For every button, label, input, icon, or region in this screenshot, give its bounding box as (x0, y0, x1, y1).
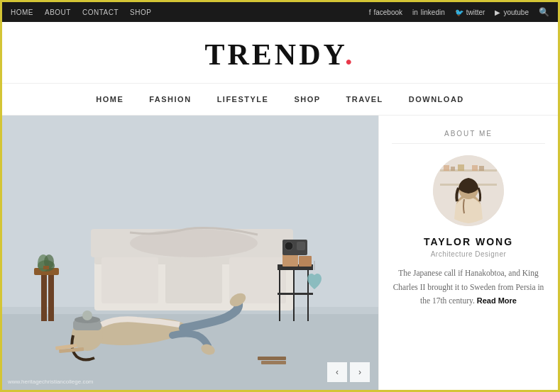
logo-area: TRENDY. (2, 22, 558, 84)
svg-point-33 (82, 310, 92, 320)
youtube-icon: ▶ (495, 9, 500, 16)
linkedin-icon: in (412, 9, 418, 16)
top-bar-left-nav: HOME ABOUT CONTACT SHOP (11, 9, 151, 16)
about-me-section-title: ABOUT ME (392, 130, 545, 144)
carousel-prev-button[interactable]: ‹ (327, 362, 347, 382)
about-name: TAYLOR WONG (392, 236, 545, 247)
svg-rect-26 (297, 242, 305, 250)
top-bar-social: f facebook in linkedin 🐦 twitter ▶ youtu… (369, 7, 549, 18)
nav-lifestyle[interactable]: LIFESTYLE (217, 95, 269, 103)
svg-rect-22 (282, 254, 298, 267)
svg-rect-45 (458, 164, 464, 171)
nav-travel[interactable]: TRAVEL (346, 95, 383, 103)
facebook-label: facebook (373, 9, 402, 16)
watermark: www.heritagechristiancollege.com (8, 379, 94, 385)
nav-shop[interactable]: SHOP (294, 95, 320, 103)
twitter-icon: 🐦 (455, 9, 463, 16)
nav-fashion[interactable]: FASHION (149, 95, 191, 103)
svg-rect-5 (101, 257, 158, 303)
nav-contact-top[interactable]: CONTACT (82, 9, 119, 16)
about-avatar (433, 155, 504, 226)
twitter-label: twitter (466, 9, 485, 16)
site-logo[interactable]: TRENDY. (2, 38, 558, 72)
social-linkedin[interactable]: in linkedin (412, 9, 445, 16)
top-bar: HOME ABOUT CONTACT SHOP f facebook in li… (2, 2, 558, 22)
facebook-icon: f (369, 9, 371, 16)
social-facebook[interactable]: f facebook (369, 9, 402, 16)
svg-rect-25 (285, 242, 293, 250)
read-more-link[interactable]: Read More (477, 296, 517, 305)
svg-rect-6 (165, 257, 222, 303)
search-icon[interactable]: 🔍 (539, 7, 549, 18)
social-youtube[interactable]: ▶ youtube (495, 9, 529, 16)
about-job-title: Architecture Designer (392, 250, 545, 258)
hero-image (2, 116, 378, 391)
about-me-widget: ABOUT ME (392, 130, 545, 308)
linkedin-label: linkedin (421, 9, 445, 16)
content-area: www.heritagechristiancollege.com ‹ › ABO… (2, 116, 558, 391)
main-image-section: www.heritagechristiancollege.com ‹ › (2, 116, 378, 391)
nav-home[interactable]: HOME (96, 95, 123, 103)
logo-text: TRENDY (205, 38, 346, 71)
svg-rect-44 (451, 167, 455, 171)
svg-rect-16 (43, 266, 49, 269)
avatar-illustration (433, 155, 504, 226)
svg-rect-47 (479, 166, 484, 171)
nav-about-top[interactable]: ABOUT (45, 9, 71, 16)
svg-rect-38 (258, 357, 286, 360)
nav-download[interactable]: DOWNLOAD (409, 95, 464, 103)
svg-rect-11 (48, 271, 54, 321)
svg-rect-39 (261, 361, 286, 364)
social-twitter[interactable]: 🐦 twitter (455, 9, 485, 16)
svg-rect-23 (299, 256, 312, 267)
logo-dot: . (345, 38, 356, 71)
youtube-label: youtube (503, 9, 529, 16)
svg-rect-46 (472, 165, 478, 171)
svg-rect-21 (278, 293, 313, 295)
nav-shop-top[interactable]: SHOP (130, 9, 151, 16)
svg-rect-43 (444, 165, 449, 171)
main-nav: HOME FASHION LIFESTYLE SHOP TRAVEL DOWNL… (2, 84, 558, 116)
carousel-next-button[interactable]: › (350, 362, 370, 382)
about-description: The Japanese call if Hanakobtoa, and Kin… (392, 267, 545, 308)
hero-illustration (2, 116, 378, 391)
carousel-controls: ‹ › (327, 362, 370, 382)
svg-rect-10 (41, 271, 47, 321)
sidebar: ABOUT ME (378, 116, 558, 391)
nav-home-top[interactable]: HOME (11, 9, 33, 16)
